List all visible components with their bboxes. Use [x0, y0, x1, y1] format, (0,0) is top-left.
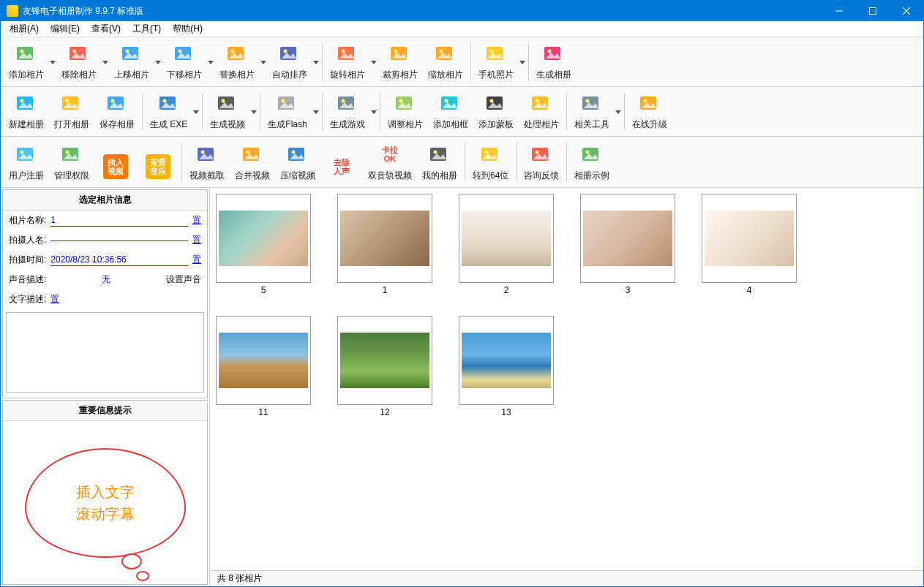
- process-photo-button[interactable]: 处理相片: [519, 90, 564, 133]
- generate-video-button[interactable]: 生成视频: [205, 90, 250, 133]
- to-64bit-button[interactable]: 转到64位: [467, 140, 514, 184]
- crop-photo-button[interactable]: 裁剪相片: [378, 40, 423, 83]
- new-album-button[interactable]: 新建相册: [4, 90, 49, 133]
- auto-sort-button[interactable]: 自动排序: [267, 40, 312, 83]
- menubar: 相册(A)编辑(E)查看(V)工具(T)帮助(H): [1, 21, 923, 37]
- menu-item-3[interactable]: 工具(T): [127, 21, 167, 37]
- phone-photo-dropdown[interactable]: [519, 40, 526, 83]
- menu-item-2[interactable]: 查看(V): [86, 21, 127, 37]
- my-album-button[interactable]: 我的相册: [417, 140, 462, 184]
- manage-permission-button[interactable]: 管理权限: [49, 140, 94, 184]
- phone-photo-button[interactable]: 手机照片: [473, 40, 519, 83]
- move-up-photo-button[interactable]: 上移相片: [109, 40, 154, 83]
- generate-album-button[interactable]: 生成相册: [531, 40, 576, 83]
- info-val-2[interactable]: 2020/8/23 10:36:56: [50, 254, 188, 266]
- generate-exe-dropdown[interactable]: [192, 90, 200, 133]
- generate-video-dropdown[interactable]: [250, 90, 258, 133]
- generate-game-button[interactable]: 生成游戏: [325, 90, 370, 133]
- dual-track-button[interactable]: 卡拉 OK双音轨视频: [363, 140, 417, 184]
- thumb-frame-1: [337, 194, 432, 283]
- add-photo-button[interactable]: 添加相片: [4, 40, 49, 83]
- svg-point-53: [20, 151, 24, 154]
- info-val-1[interactable]: [50, 239, 188, 241]
- menu-item-0[interactable]: 相册(A): [4, 21, 45, 37]
- minimize-button[interactable]: [822, 1, 856, 21]
- merge-video-button[interactable]: 合并视频: [230, 140, 275, 184]
- generate-flash-dropdown[interactable]: [312, 90, 320, 133]
- add-mask-button[interactable]: 添加蒙板: [473, 90, 519, 133]
- generate-icon: [542, 42, 566, 66]
- photo-down-icon: [173, 42, 196, 66]
- close-button[interactable]: [890, 1, 923, 21]
- thumb-item-12[interactable]: 12: [337, 316, 432, 417]
- separator: [566, 143, 567, 181]
- auto-sort-label: 自动排序: [272, 69, 307, 81]
- info-change-2[interactable]: 置: [192, 254, 201, 266]
- manage-permission-label: 管理权限: [54, 170, 89, 182]
- adjust-photo-button[interactable]: 调整相片: [383, 90, 428, 133]
- photo-swap-icon: [225, 42, 249, 66]
- add-frame-button[interactable]: 添加相框: [428, 90, 473, 133]
- scale-photo-label: 缩放相片: [428, 69, 463, 81]
- tip-panel: 重要信息提示 插入文字 滚动字幕: [2, 400, 208, 585]
- rotate-photo-button[interactable]: 旋转相片: [325, 40, 370, 83]
- insert-video-button[interactable]: 插入 视频: [94, 140, 137, 184]
- set-sound-link[interactable]: 设置声音: [166, 273, 201, 286]
- bg-music-button[interactable]: 背景 音乐: [137, 140, 179, 184]
- replace-photo-dropdown[interactable]: [260, 40, 267, 83]
- tip-bubble[interactable]: 插入文字 滚动字幕: [25, 448, 186, 558]
- maximize-button[interactable]: [856, 1, 890, 21]
- sort-icon: [278, 42, 301, 66]
- open-album-button[interactable]: 打开相册: [49, 90, 94, 133]
- thumbnails-area[interactable]: 5 1 2 3 4 11 12 13: [210, 188, 923, 570]
- menu-item-4[interactable]: 帮助(H): [167, 21, 209, 37]
- remove-photo-button[interactable]: 移除相片: [56, 40, 102, 83]
- remove-vocal-button[interactable]: 去除 人声: [320, 140, 363, 184]
- user-register-button[interactable]: 用户注册: [4, 140, 49, 184]
- feedback-button[interactable]: 咨询反馈: [519, 140, 564, 184]
- thumb-item-13[interactable]: 13: [459, 316, 554, 417]
- rotate-photo-dropdown[interactable]: [370, 40, 378, 83]
- compress-icon: [286, 143, 309, 167]
- separator: [465, 143, 465, 181]
- svg-point-33: [162, 99, 166, 103]
- add-photo-dropdown[interactable]: [49, 40, 56, 83]
- thumb-item-5[interactable]: 5: [216, 194, 311, 295]
- thumb-item-3[interactable]: 3: [580, 194, 675, 295]
- svg-point-13: [231, 50, 235, 53]
- remove-photo-dropdown[interactable]: [102, 40, 109, 83]
- scale-photo-button[interactable]: 缩放相片: [423, 40, 468, 83]
- replace-photo-button[interactable]: 替换相片: [214, 40, 260, 83]
- thumb-item-11[interactable]: 11: [216, 316, 311, 417]
- online-upgrade-button[interactable]: 在线升级: [627, 90, 672, 133]
- related-tools-dropdown[interactable]: [615, 90, 622, 133]
- related-tools-button[interactable]: 相关工具: [569, 90, 615, 133]
- svg-point-63: [434, 151, 437, 154]
- text-desc-textarea[interactable]: [6, 312, 204, 393]
- thumb-item-4[interactable]: 4: [702, 194, 797, 295]
- move-up-photo-dropdown[interactable]: [154, 40, 162, 83]
- move-down-photo-dropdown[interactable]: [207, 40, 214, 83]
- generate-flash-button[interactable]: 生成Flash: [263, 90, 312, 133]
- auto-sort-dropdown[interactable]: [312, 40, 320, 83]
- menu-item-1[interactable]: 编辑(E): [45, 21, 86, 37]
- generate-exe-button[interactable]: 生成 EXE: [145, 90, 192, 133]
- video-capture-button[interactable]: 视频截取: [184, 140, 230, 184]
- info-val-0[interactable]: 1: [50, 214, 188, 227]
- titlebar: 友锋电子相册制作 9.9.7 标准版: [1, 1, 923, 21]
- photo-info-panel: 选定相片信息 相片名称: 1 置拍摄人名: 置拍摄时间: 2020/8/23 1…: [2, 189, 208, 398]
- svg-rect-1: [870, 8, 876, 15]
- save-album-button[interactable]: 保存相册: [94, 90, 140, 133]
- text-desc-change[interactable]: 置: [50, 293, 59, 306]
- compress-video-button[interactable]: 压缩视频: [275, 140, 320, 184]
- album-example-button[interactable]: 相册示例: [569, 140, 615, 184]
- compress-video-label: 压缩视频: [280, 170, 315, 182]
- thumb-item-2[interactable]: 2: [459, 194, 554, 295]
- svg-point-31: [111, 99, 115, 103]
- info-change-0[interactable]: 置: [192, 214, 201, 227]
- info-change-1[interactable]: 置: [192, 234, 201, 246]
- move-down-photo-button[interactable]: 下移相片: [162, 40, 207, 83]
- info-row-1: 拍摄人名: 置: [3, 230, 207, 250]
- thumb-item-1[interactable]: 1: [337, 194, 432, 295]
- generate-game-dropdown[interactable]: [370, 90, 378, 133]
